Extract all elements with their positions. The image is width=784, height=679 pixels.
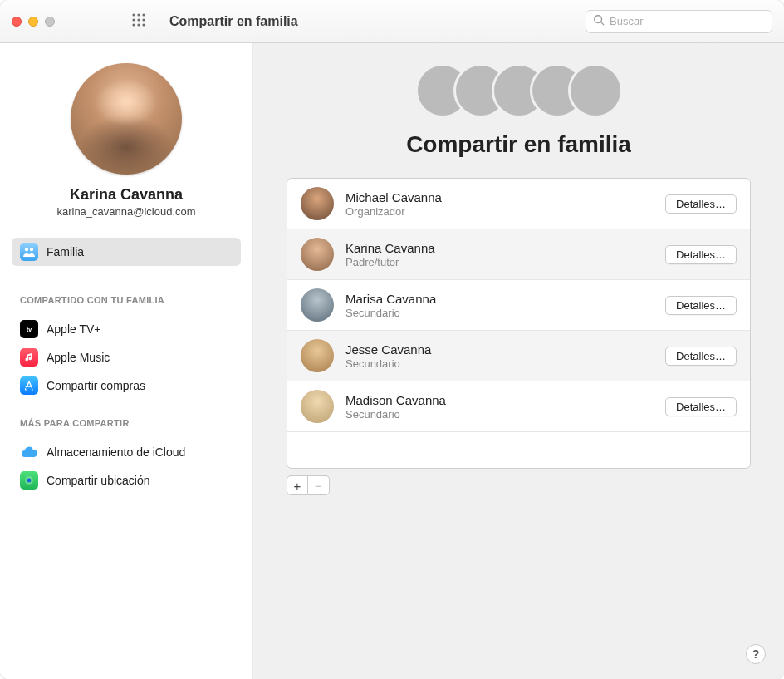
sidebar-item-label: Apple TV+ [47, 322, 101, 336]
remove-member-button[interactable]: − [308, 475, 330, 495]
member-avatar [301, 238, 334, 271]
svg-line-10 [601, 22, 605, 25]
member-avatar [301, 288, 334, 322]
svg-point-14 [27, 479, 32, 483]
member-row[interactable]: Karina Cavanna Padre/tutor Detalles… [287, 229, 750, 280]
divider [18, 278, 234, 278]
sidebar-item-label: Compartir compras [47, 379, 145, 392]
sidebar-item-share-location[interactable]: Compartir ubicación [12, 466, 241, 494]
svg-point-1 [137, 13, 140, 16]
main-pane: Compartir en familia Michael Cavanna Org… [253, 43, 784, 679]
member-avatar [301, 339, 334, 372]
sidebar-item-label: Almacenamiento de iCloud [47, 445, 185, 459]
svg-point-6 [132, 23, 135, 26]
details-button[interactable]: Detalles… [665, 245, 737, 264]
profile-email: karina_cavanna@icloud.com [17, 205, 236, 218]
member-avatar [301, 187, 334, 220]
details-button[interactable]: Detalles… [665, 296, 737, 315]
profile-avatar[interactable] [71, 63, 182, 175]
svg-point-11 [25, 248, 28, 251]
member-role: Secundario [345, 357, 654, 370]
sidebar-item-label: Familia [47, 245, 84, 258]
window-controls [12, 17, 55, 27]
minimize-button[interactable] [28, 17, 38, 27]
sidebar-header-shared: Compartido con tu familia [0, 283, 252, 308]
close-button[interactable] [12, 17, 22, 27]
apple-tv-icon: tv [20, 320, 38, 338]
member-row[interactable]: Madison Cavanna Secundario Detalles… [287, 381, 750, 432]
list-controls: + − [287, 475, 751, 495]
svg-point-9 [595, 15, 602, 22]
sidebar-item-familia[interactable]: Familia [12, 238, 241, 266]
avatar [568, 63, 623, 118]
member-row[interactable]: Marisa Cavanna Secundario Detalles… [287, 280, 750, 331]
sidebar-item-label: Apple Music [47, 351, 110, 364]
svg-point-3 [132, 18, 135, 21]
main-title: Compartir en familia [287, 131, 751, 158]
member-avatar [301, 390, 334, 423]
details-button[interactable]: Detalles… [665, 347, 737, 366]
help-button[interactable]: ? [746, 644, 766, 664]
member-list: Michael Cavanna Organizador Detalles… Ka… [287, 178, 751, 469]
svg-point-4 [137, 18, 140, 21]
sidebar-item-apple-tv[interactable]: tv Apple TV+ [12, 315, 241, 343]
search-box[interactable] [586, 10, 772, 33]
svg-point-8 [142, 23, 145, 26]
nav-arrows [88, 14, 106, 29]
member-name: Madison Cavanna [345, 393, 654, 407]
profile-section: Karina Cavanna karina_cavanna@icloud.com [0, 63, 252, 231]
sidebar-item-label: Compartir ubicación [47, 474, 150, 487]
family-icon [20, 243, 38, 261]
profile-name: Karina Cavanna [17, 186, 236, 204]
svg-point-0 [132, 13, 135, 16]
window-title: Compartir en familia [169, 14, 579, 29]
member-role: Secundario [345, 408, 654, 421]
family-avatar-stack [287, 63, 751, 118]
member-name: Karina Cavanna [345, 241, 654, 255]
member-name: Marisa Cavanna [345, 292, 654, 306]
app-store-icon [20, 376, 38, 395]
svg-point-5 [142, 18, 145, 21]
search-icon [593, 14, 605, 29]
member-role: Organizador [345, 205, 654, 218]
search-input[interactable] [610, 15, 765, 27]
details-button[interactable]: Detalles… [665, 194, 737, 214]
member-role: Secundario [345, 307, 654, 319]
svg-point-12 [30, 248, 33, 251]
member-name: Jesse Cavanna [345, 342, 654, 357]
find-my-icon [20, 471, 38, 490]
sidebar-item-icloud-storage[interactable]: Almacenamiento de iCloud [12, 438, 241, 466]
member-row[interactable]: Michael Cavanna Organizador Detalles… [287, 179, 750, 229]
maximize-button[interactable] [45, 17, 55, 27]
sidebar: Karina Cavanna karina_cavanna@icloud.com… [0, 43, 253, 679]
sidebar-item-compartir-compras[interactable]: Compartir compras [12, 371, 241, 400]
apple-music-icon [20, 348, 38, 367]
icloud-icon [20, 443, 38, 461]
titlebar: Compartir en familia [0, 0, 784, 43]
svg-point-7 [137, 23, 140, 26]
apps-grid-icon[interactable] [131, 12, 146, 31]
add-member-button[interactable]: + [287, 475, 308, 495]
sidebar-item-apple-music[interactable]: Apple Music [12, 343, 241, 371]
member-name: Michael Cavanna [345, 190, 654, 204]
details-button[interactable]: Detalles… [665, 397, 737, 416]
member-role: Padre/tutor [345, 256, 654, 268]
sidebar-header-more: Más para compartir [0, 406, 252, 431]
member-row[interactable]: Jesse Cavanna Secundario Detalles… [287, 331, 750, 381]
svg-point-2 [142, 13, 145, 16]
